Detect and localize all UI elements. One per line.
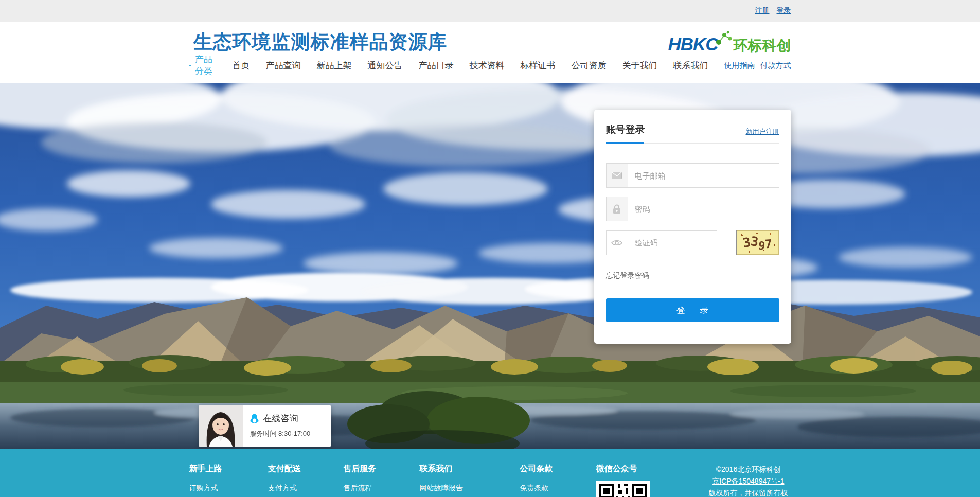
- footer-link-order-method[interactable]: 订购方式: [189, 481, 268, 495]
- email-field-group: [606, 163, 779, 188]
- footer-col-beginners: 新手上路 订购方式 购物流程: [189, 464, 268, 497]
- logo-text: HBKC: [668, 35, 718, 53]
- wechat-qr-code: [596, 481, 650, 497]
- footer-link-aftersales-flow[interactable]: 售后流程: [343, 481, 419, 495]
- icp-license-link[interactable]: 京ICP备15048947号-1: [705, 475, 791, 487]
- lock-icon: [607, 197, 628, 221]
- copyright-line: ©2016北京环标科创: [705, 464, 791, 475]
- footer-col-title: 联系我们: [420, 464, 520, 474]
- footer-link-return-policy[interactable]: 退换货原则: [343, 495, 419, 497]
- footer-col-title: 公司条款: [520, 464, 596, 474]
- footer-link-delivery-method[interactable]: 配送方式: [268, 495, 343, 497]
- footer: 新手上路 订购方式 购物流程 支付配送 支付方式 配送方式 售后服务 售后流程 …: [0, 449, 980, 497]
- logo-company-name: 环标科创: [734, 38, 791, 53]
- page-title: 生态环境监测标准样品资源库: [193, 29, 448, 55]
- copyright-block: ©2016北京环标科创 京ICP备15048947号-1 版权所有，并保留所有权…: [705, 464, 791, 497]
- company-logo: HBKC 环标科创: [668, 30, 791, 53]
- nav-item-product-category[interactable]: 产品分类: [189, 54, 217, 77]
- nav-item-certificates[interactable]: 标样证书: [521, 60, 556, 72]
- footer-col-title: 微信公众号: [596, 464, 706, 474]
- topbar: 注册 登录: [0, 0, 980, 22]
- payment-method-link[interactable]: 付款方式: [760, 61, 791, 70]
- active-tab-indicator: [606, 142, 644, 144]
- nav-item-home[interactable]: 首页: [233, 60, 250, 72]
- captcha-digit: 7: [764, 238, 772, 251]
- footer-col-title: 新手上路: [189, 464, 268, 474]
- page: 注册 登录 生态环境监测标准样品资源库 HBKC 环标科创: [0, 0, 980, 497]
- footer-col-contact: 联系我们 网站故障报告 投诉与建议: [420, 464, 520, 497]
- footer-link-suggestions[interactable]: 投诉与建议: [420, 495, 520, 497]
- login-panel-title: 账号登录: [606, 123, 645, 136]
- nav-item-product-catalog[interactable]: 产品目录: [419, 60, 454, 72]
- eye-icon: [607, 231, 628, 255]
- envelope-icon: [607, 164, 628, 187]
- captcha-row: 3 3 9 7: [606, 230, 779, 255]
- login-button[interactable]: 登 录: [606, 298, 779, 322]
- footer-col-wechat: 微信公众号: [596, 464, 706, 497]
- footer-link-fault-report[interactable]: 网站故障报告: [420, 481, 520, 495]
- online-consult-widget[interactable]: 在线咨询 服务时间 8:30-17:00: [199, 405, 331, 447]
- active-item-bullet-icon: [189, 65, 191, 66]
- consult-title: 在线咨询: [263, 413, 298, 424]
- main-nav: 产品分类 首页 产品查询 新品上架 通知公告 产品目录 技术资料 标样证书 公司…: [189, 54, 791, 77]
- rights-line: 版权所有，并保留所有权利: [705, 487, 791, 497]
- consult-hours: 服务时间 8:30-17:00: [250, 429, 311, 438]
- nav-item-about-us[interactable]: 关于我们: [622, 60, 657, 72]
- service-agent-avatar: [199, 405, 243, 447]
- nav-item-label: 产品分类: [195, 54, 217, 77]
- footer-col-title: 售后服务: [343, 464, 419, 474]
- header: 生态环境监测标准样品资源库 HBKC 环标科创 产品分类 首: [0, 22, 980, 83]
- captcha-image[interactable]: 3 3 9 7: [736, 230, 779, 255]
- footer-col-payment-delivery: 支付配送 支付方式 配送方式: [268, 464, 343, 497]
- password-field-group: [606, 197, 779, 221]
- nav-item-qualifications[interactable]: 公司资质: [572, 60, 607, 72]
- login-panel: 账号登录 新用户注册: [594, 110, 791, 344]
- footer-col-terms: 公司条款 免责条款 隐私保护: [520, 464, 596, 497]
- nav-item-new-arrivals[interactable]: 新品上架: [317, 60, 352, 72]
- footer-col-after-sales: 售后服务 售后流程 退换货原则: [343, 464, 419, 497]
- password-input[interactable]: [628, 197, 779, 221]
- panel-divider: [606, 143, 779, 144]
- topbar-register-link[interactable]: 注册: [755, 6, 770, 15]
- footer-link-privacy[interactable]: 隐私保护: [520, 495, 596, 497]
- hero-section: 账号登录 新用户注册: [0, 83, 980, 449]
- nav-item-notices[interactable]: 通知公告: [368, 60, 403, 72]
- footer-link-disclaimer[interactable]: 免责条款: [520, 481, 596, 495]
- new-user-register-link[interactable]: 新用户注册: [746, 127, 779, 136]
- footer-link-payment-method[interactable]: 支付方式: [268, 481, 343, 495]
- footer-link-shopping-flow[interactable]: 购物流程: [189, 495, 268, 497]
- forgot-password-link[interactable]: 忘记登录密码: [606, 271, 779, 280]
- user-guide-link[interactable]: 使用指南: [724, 61, 755, 70]
- captcha-input[interactable]: [628, 231, 717, 255]
- nav-item-product-query[interactable]: 产品查询: [266, 60, 301, 72]
- molecule-icon: [715, 30, 733, 46]
- nav-item-technical-docs[interactable]: 技术资料: [470, 60, 505, 72]
- nav-item-contact-us[interactable]: 联系我们: [673, 60, 708, 72]
- topbar-login-link[interactable]: 登录: [777, 6, 791, 15]
- qq-penguin-icon: [250, 414, 259, 423]
- footer-col-title: 支付配送: [268, 464, 343, 474]
- email-input[interactable]: [628, 164, 779, 187]
- captcha-field-group: [606, 230, 717, 255]
